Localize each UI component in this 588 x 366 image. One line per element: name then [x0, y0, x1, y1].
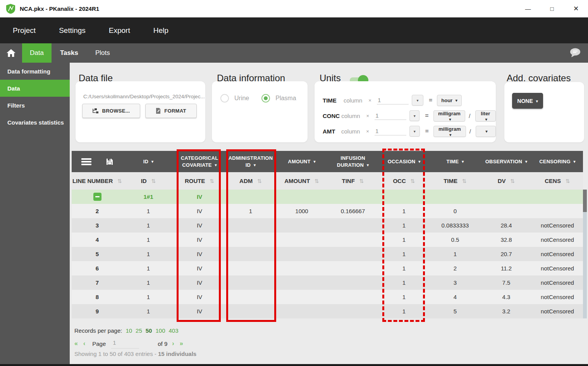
tab-data[interactable]: Data — [22, 43, 52, 63]
table-row: 31IV10.083333328.4notCensored — [72, 218, 583, 233]
data-information-title: Data information — [217, 73, 285, 84]
collapse-row-icon[interactable] — [93, 193, 101, 201]
table-cell — [225, 275, 276, 290]
unit-multiplier-dropdown[interactable]: ▾ — [409, 126, 420, 137]
sidebar-item-filters[interactable]: Filters — [0, 97, 70, 114]
menu-settings[interactable]: Settings — [59, 26, 86, 35]
hamburger-menu-icon[interactable] — [81, 158, 91, 165]
unit-select-amt[interactable]: milligram ▾ — [433, 126, 466, 137]
radio-urine[interactable] — [220, 94, 229, 103]
radio-label-plasma[interactable]: Plasma — [275, 95, 296, 102]
radio-plasma[interactable] — [261, 94, 270, 103]
sidebar-item-covariates-statistics[interactable]: Covariates statistics — [0, 114, 70, 131]
save-icon[interactable] — [106, 158, 113, 165]
format-button[interactable]: FORMAT — [145, 104, 197, 118]
table-cell: 1 — [123, 204, 174, 218]
unit-column-text: column — [344, 97, 362, 104]
table-cell: 1 — [123, 275, 174, 290]
type-header-censoring[interactable]: CENSORING ▾ — [532, 151, 583, 172]
sort-icon[interactable]: ⇅ — [411, 178, 415, 184]
chevron-down-icon: ▾ — [486, 129, 488, 133]
sidebar-item-data-formatting[interactable]: Data formatting — [0, 63, 70, 80]
column-header-label: AMOUNT — [284, 178, 310, 184]
entries-summary-text: Showing 1 to 50 of 403 entries - — [74, 351, 158, 357]
table-cell — [225, 218, 276, 233]
close-button[interactable]: ✕ — [564, 0, 588, 17]
add-covariates-none-button[interactable]: NONE ▾ — [512, 93, 543, 109]
unit-select-time[interactable]: hour ▾ — [437, 95, 462, 106]
sort-icon[interactable]: ⇅ — [257, 178, 262, 184]
page-of-label: of 9 — [158, 340, 167, 347]
table-cell — [481, 204, 532, 218]
unit-multiplier-dropdown[interactable]: ▾ — [412, 95, 423, 106]
sort-icon[interactable]: ⇅ — [117, 178, 122, 184]
type-header-amount[interactable]: AMOUNT ▾ — [276, 151, 327, 172]
table-cell — [225, 190, 276, 204]
browse-tree-icon — [92, 108, 98, 114]
type-header-administration-id[interactable]: ADMINISTRATION ID ▾ — [225, 151, 276, 172]
table-scrollbar[interactable] — [583, 190, 587, 318]
first-page-button[interactable]: « — [74, 340, 78, 347]
tab-tasks[interactable]: Tasks — [52, 43, 87, 63]
type-header-infusion-duration[interactable]: INFUSION DURATION ▾ — [327, 151, 378, 172]
menu-export[interactable]: Export — [109, 26, 130, 35]
sort-icon[interactable]: ⇅ — [359, 178, 364, 184]
table-scrollbar-thumb[interactable] — [583, 190, 587, 212]
format-file-icon — [156, 108, 161, 114]
column-header-line-number: LINE NUMBER⇅ — [72, 172, 123, 190]
type-header-id[interactable]: ID ▾ — [123, 151, 174, 172]
data-information-panel: UrinePlasma — [212, 81, 308, 142]
multiply-icon: × — [366, 113, 370, 119]
prev-page-button[interactable]: ‹ — [83, 340, 85, 347]
table-row: 21IV110000.16666710 — [72, 204, 583, 218]
table-cell: 1 — [378, 247, 430, 261]
table-cell: notCensored — [532, 290, 583, 304]
records-option-10[interactable]: 10 — [126, 327, 132, 334]
feedback-button[interactable] — [569, 48, 582, 58]
radio-label-urine[interactable]: Urine — [234, 95, 249, 102]
type-header-observation[interactable]: OBSERVATION ▾ — [481, 151, 532, 172]
units-row-amt: AMTcolumn×▾=milligram ▾/▾ — [315, 125, 496, 137]
sort-icon[interactable]: ⇅ — [462, 178, 467, 184]
sort-icon[interactable]: ⇅ — [151, 178, 156, 184]
maximize-button[interactable]: □ — [540, 0, 564, 17]
sort-icon[interactable]: ⇅ — [566, 178, 570, 184]
sort-icon[interactable]: ⇅ — [511, 178, 515, 184]
table-cell: 1 — [378, 304, 430, 318]
table-cell: 8 — [72, 290, 123, 304]
data-file-panel: C:/Users/skollmann/Desktop/Projects_2024… — [76, 81, 205, 142]
unit-multiplier-dropdown[interactable]: ▾ — [409, 110, 420, 121]
tab-plots[interactable]: Plots — [87, 43, 119, 63]
menu-project[interactable]: Project — [13, 26, 36, 35]
menu-help[interactable]: Help — [153, 26, 168, 35]
unit-multiplier-input[interactable] — [375, 127, 406, 135]
table-cell: 28.4 — [481, 218, 532, 233]
records-option-50[interactable]: 50 — [146, 327, 152, 334]
sort-icon[interactable]: ⇅ — [315, 178, 319, 184]
table-cell: 1 — [378, 261, 430, 275]
sidebar-item-data[interactable]: Data — [0, 80, 70, 97]
unit-multiplier-input[interactable] — [375, 111, 406, 120]
table-cell — [327, 261, 378, 275]
last-page-button[interactable]: » — [180, 340, 183, 347]
records-option-25[interactable]: 25 — [136, 327, 142, 334]
table-cell — [225, 261, 276, 275]
unit-select-conc[interactable]: milligram ▾ — [433, 110, 466, 121]
table-cell: 11.2 — [481, 261, 532, 275]
type-header-time[interactable]: TIME ▾ — [430, 151, 481, 172]
records-per-page: Records per page: 102550100403 — [74, 327, 179, 334]
browse-button[interactable]: BROWSE... — [82, 104, 140, 118]
unit-denominator-select-amt[interactable]: ▾ — [476, 126, 496, 137]
type-header-categorical-covariate[interactable]: CATEGORICAL COVARIATE ▾ — [174, 151, 225, 172]
type-header-occasion[interactable]: OCCASION ▾ — [378, 151, 430, 172]
records-option-403[interactable]: 403 — [169, 327, 179, 334]
unit-denominator-select-conc[interactable]: liter ▾ — [475, 110, 496, 121]
minimize-button[interactable]: — — [516, 0, 540, 17]
records-option-100[interactable]: 100 — [155, 327, 165, 334]
next-page-button[interactable]: › — [172, 340, 174, 347]
sort-icon[interactable]: ⇅ — [210, 178, 214, 184]
unit-multiplier-input[interactable] — [377, 96, 409, 104]
home-button[interactable] — [0, 43, 22, 63]
page-number-input[interactable] — [111, 339, 139, 349]
table-cell: 1 — [378, 233, 430, 247]
